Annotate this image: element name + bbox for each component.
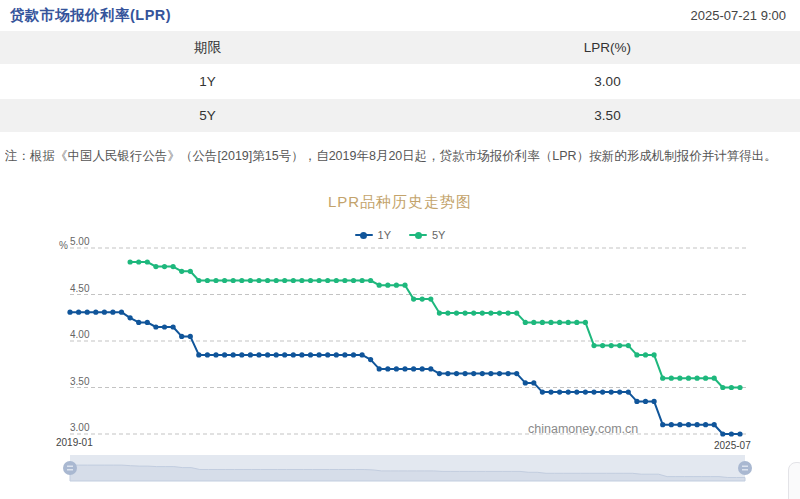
table-header-row: 期限 LPR(%)	[0, 31, 800, 65]
x-axis-start-label: 2019-01	[56, 437, 93, 448]
column-header-term: 期限	[0, 31, 415, 64]
svg-text:3.50: 3.50	[70, 376, 90, 387]
svg-text:4.00: 4.00	[70, 329, 90, 340]
chart-title: LPR品种历史走势图	[0, 193, 800, 212]
watermark: chinamoney.com.cn	[528, 422, 638, 436]
datazoom-slider[interactable]	[60, 454, 755, 482]
rate-cell: 3.50	[415, 99, 800, 132]
x-axis-end-label: 2025-07	[714, 440, 751, 451]
column-header-lpr: LPR(%)	[415, 31, 800, 64]
datazoom-track[interactable]	[60, 454, 755, 482]
lpr-rate-table: 期限 LPR(%) 1Y 3.00 5Y 3.50	[0, 31, 800, 133]
lpr-history-plot: 5.004.504.003.503.00	[0, 230, 800, 454]
table-row: 5Y 3.50	[0, 99, 800, 133]
term-cell: 1Y	[0, 65, 415, 98]
footnote: 注：根据《中国人民银行公告》（公告[2019]第15号），自2019年8月20日…	[5, 148, 797, 165]
vertical-scrollbar-thumb[interactable]	[788, 462, 800, 499]
page-title: 贷款市场报价利率(LPR)	[10, 6, 171, 25]
publish-datetime: 2025-07-21 9:00	[691, 8, 786, 23]
svg-text:5.00: 5.00	[70, 236, 90, 247]
term-cell: 5Y	[0, 99, 415, 132]
table-row: 1Y 3.00	[0, 65, 800, 99]
svg-text:4.50: 4.50	[70, 283, 90, 294]
rate-cell: 3.00	[415, 65, 800, 98]
svg-text:3.00: 3.00	[70, 422, 90, 433]
